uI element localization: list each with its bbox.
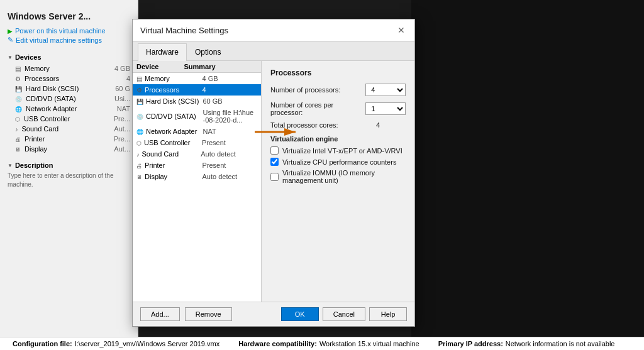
dialog-titlebar: Virtual Machine Settings ✕ <box>133 19 414 41</box>
memory-row-icon <box>136 75 142 82</box>
num-processors-row: Number of processors: 1 2 4 8 <box>270 84 406 96</box>
desc-triangle: ▼ <box>8 163 13 168</box>
cpu-perf-checkbox[interactable] <box>270 158 279 166</box>
display-row-icon <box>136 173 142 180</box>
devices-header: ▼ Devices <box>0 51 138 63</box>
footer-right: OK Cancel Help <box>281 307 407 321</box>
display-icon <box>15 145 21 153</box>
power-on-label: Power on this virtual machine <box>15 27 106 35</box>
total-cores-value: 4 <box>376 121 380 129</box>
sound-row-icon <box>136 150 140 158</box>
sidebar-device-usb[interactable]: USB Controller Pre... <box>0 114 138 124</box>
remove-button[interactable]: Remove <box>185 307 232 321</box>
num-processors-label: Number of processors: <box>270 86 360 94</box>
add-button[interactable]: Add... <box>140 307 180 321</box>
dialog-footer: Add... Remove OK Cancel Help <box>133 302 414 326</box>
disk-icon <box>15 85 22 92</box>
processor-row-icon <box>136 86 142 94</box>
printer-row-icon <box>136 161 142 169</box>
hdd-row-icon <box>136 97 143 105</box>
device-row-sound[interactable]: Sound Card Auto detect <box>133 148 261 160</box>
device-row-cd[interactable]: CD/DVD (SATA) Using file H:\hue -08-2020… <box>133 107 261 126</box>
hw-compat-value: Workstation 15.x virtual machine <box>319 340 419 347</box>
power-on-link[interactable]: ▶ Power on this virtual machine <box>8 26 130 35</box>
ip-address-label: Primary IP address: <box>438 340 503 347</box>
col-summary-header: Summary <box>184 63 215 70</box>
iommu-label: Virtualize IOMMU (IO memory management u… <box>282 169 406 184</box>
cancel-button[interactable]: Cancel <box>323 307 365 321</box>
tab-options[interactable]: Options <box>187 43 229 60</box>
description-text: Type here to enter a description of the … <box>8 172 130 189</box>
usb-row-icon <box>136 139 142 146</box>
play-icon: ▶ <box>8 28 13 35</box>
sidebar-device-memory[interactable]: Memory 4 GB <box>0 63 138 74</box>
hw-compat-item: Hardware compatibility: Workstation 15.x… <box>238 340 419 347</box>
sidebar-device-printer[interactable]: Printer Pre... <box>0 134 138 144</box>
dialog-title: Virtual Machine Settings <box>140 26 228 35</box>
sidebar-device-display[interactable]: Display Aut... <box>0 144 138 154</box>
sound-icon <box>15 125 18 133</box>
ip-address-item: Primary IP address: Network information … <box>438 340 615 347</box>
device-row-printer[interactable]: Printer Present <box>133 160 261 171</box>
devices-triangle: ▼ <box>8 55 13 60</box>
devices-section: ▼ Devices Memory 4 GB Processors 4 Hard … <box>0 47 138 158</box>
num-cores-select[interactable]: 1 2 4 <box>365 102 406 115</box>
dark-background <box>411 0 644 350</box>
devices-label: Devices <box>15 53 42 61</box>
iommu-checkbox[interactable] <box>270 173 279 181</box>
device-row-network[interactable]: Network Adapter NAT <box>133 126 261 137</box>
sidebar-device-hdd[interactable]: Hard Disk (SCSI) 60 G <box>0 84 138 94</box>
edit-settings-label: Edit virtual machine settings <box>16 36 102 44</box>
col-device-header: Device <box>136 63 158 70</box>
device-row-memory[interactable]: Memory 4 GB <box>133 73 261 84</box>
checkbox-vtx: Virtualize Intel VT-x/EPT or AMD-V/RVI <box>270 146 406 155</box>
edit-icon: ✎ <box>8 36 13 44</box>
device-list-header: Device Summary <box>133 61 261 73</box>
memory-icon <box>15 65 21 72</box>
sidebar-device-network[interactable]: Network Adapter NAT <box>0 104 138 114</box>
vmware-sidebar: Windows Server 2... ▶ Power on this virt… <box>0 0 138 350</box>
settings-title: Processors <box>270 68 406 77</box>
ok-button[interactable]: OK <box>281 307 319 321</box>
processor-icon <box>15 75 21 82</box>
ip-address-value: Network information is not available <box>506 340 615 347</box>
sidebar-device-cd[interactable]: CD/DVD (SATA) Usi... <box>0 94 138 104</box>
config-file-label: Configuration file: <box>13 340 72 347</box>
config-file-value: I:\server_2019_vmv\Windows Server 2019.v… <box>75 340 219 347</box>
cd-row-icon <box>136 112 143 120</box>
device-list-panel: Device Summary Memory 4 GB Processors 4 … <box>133 61 262 302</box>
settings-panel: Processors Number of processors: 1 2 4 8… <box>262 61 414 302</box>
vm-actions: ▶ Power on this virtual machine ✎ Edit v… <box>0 24 138 47</box>
dialog-close-button[interactable]: ✕ <box>396 25 407 36</box>
dialog-tabs: Hardware Options <box>133 41 414 61</box>
device-row-hdd[interactable]: Hard Disk (SCSI) 60 GB <box>133 96 261 107</box>
num-processors-select[interactable]: 1 2 4 8 <box>365 84 406 96</box>
vm-settings-dialog: Virtual Machine Settings ✕ Hardware Opti… <box>132 19 415 327</box>
num-cores-row: Number of cores per processor: 1 2 4 <box>270 101 406 116</box>
sidebar-device-sound[interactable]: Sound Card Aut... <box>0 124 138 134</box>
sidebar-header: Windows Server 2... <box>0 6 138 24</box>
hw-compat-label: Hardware compatibility: <box>238 340 317 347</box>
device-row-processors[interactable]: Processors 4 <box>133 84 261 96</box>
cpu-perf-label: Virtualize CPU performance counters <box>282 158 396 166</box>
network-icon <box>15 105 22 112</box>
arrow-annotation <box>252 123 302 143</box>
tab-hardware[interactable]: Hardware <box>138 43 187 61</box>
status-bar: Configuration file: I:\server_2019_vmv\W… <box>0 337 644 350</box>
num-cores-label: Number of cores per processor: <box>270 101 360 116</box>
cd-icon <box>15 95 22 102</box>
dialog-body: Device Summary Memory 4 GB Processors 4 … <box>133 61 414 302</box>
footer-left: Add... Remove <box>140 307 232 321</box>
config-file-item: Configuration file: I:\server_2019_vmv\W… <box>13 340 219 347</box>
description-header: ▼ Description <box>8 161 130 169</box>
edit-settings-link[interactable]: ✎ Edit virtual machine settings <box>8 35 130 45</box>
device-row-usb[interactable]: USB Controller Present <box>133 137 261 148</box>
vm-title: Windows Server 2... <box>8 11 130 21</box>
usb-icon <box>15 115 20 123</box>
vtx-checkbox[interactable] <box>270 146 279 155</box>
checkbox-cpu-perf: Virtualize CPU performance counters <box>270 158 406 166</box>
device-row-display[interactable]: Display Auto detect <box>133 171 261 182</box>
checkbox-iommu: Virtualize IOMMU (IO memory management u… <box>270 169 406 184</box>
sidebar-device-processors[interactable]: Processors 4 <box>0 74 138 84</box>
help-button[interactable]: Help <box>369 307 407 321</box>
